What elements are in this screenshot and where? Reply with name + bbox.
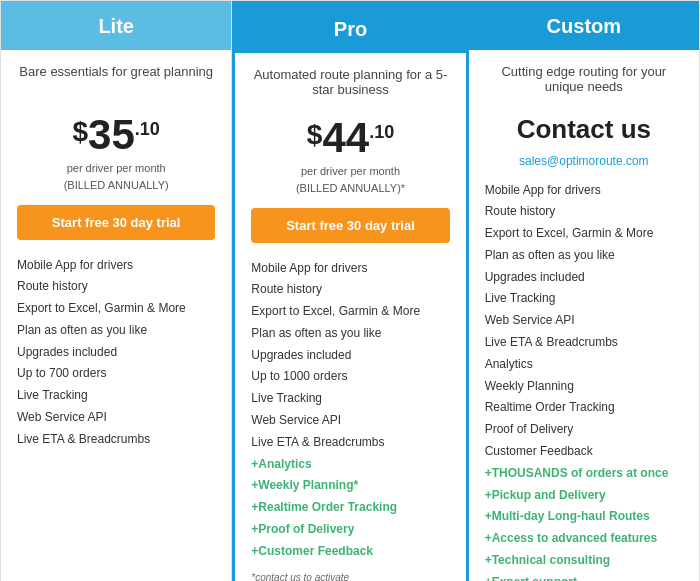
plan-lite-title: Lite (98, 15, 134, 37)
plan-lite-price-container: $ 35 .10 (17, 114, 215, 156)
plan-custom-body: Cutting edge routing for your unique nee… (469, 50, 699, 581)
list-item: Weekly Planning (485, 375, 683, 397)
list-item: Mobile App for drivers (17, 254, 215, 276)
plan-custom-features: Mobile App for drivers Route history Exp… (485, 179, 683, 581)
list-item: Plan as often as you like (17, 319, 215, 341)
list-item-extra: +THOUSANDS of orders at once (485, 462, 683, 484)
list-item-extra: +Customer Feedback (251, 540, 449, 562)
plan-pro-price-decimal: .10 (369, 123, 394, 141)
list-item: Route history (485, 201, 683, 223)
plan-pro-note: *contact us to activate (251, 572, 449, 581)
list-item-extra: +Proof of Delivery (251, 519, 449, 541)
plan-lite-header: Lite (1, 1, 231, 50)
list-item-extra: +Access to advanced features (485, 528, 683, 550)
list-item: Live ETA & Breadcrumbs (17, 428, 215, 450)
plan-lite-tagline: Bare essentials for great planning (17, 64, 215, 104)
list-item: Export to Excel, Garmin & More (251, 301, 449, 323)
plan-custom-contact-label: Contact us (485, 114, 683, 145)
list-item: Mobile App for drivers (485, 179, 683, 201)
list-item-extra: +Pickup and Delivery (485, 484, 683, 506)
list-item-extra: +Technical consulting (485, 550, 683, 572)
plan-lite: Lite Bare essentials for great planning … (1, 1, 232, 581)
plan-lite-trial-button[interactable]: Start free 30 day trial (17, 205, 215, 240)
plan-pro-billing: per driver per month (BILLED ANNUALLY)* (251, 163, 449, 196)
list-item: Up to 700 orders (17, 363, 215, 385)
list-item: Route history (17, 276, 215, 298)
list-item: Up to 1000 orders (251, 366, 449, 388)
plan-pro-price-main: 44 (322, 117, 369, 159)
plan-lite-billing: per driver per month (BILLED ANNUALLY) (17, 160, 215, 193)
list-item: Live ETA & Breadcrumbs (485, 332, 683, 354)
list-item: Upgrades included (485, 266, 683, 288)
plan-pro-dollar: $ (307, 121, 323, 149)
plan-lite-price-decimal: .10 (135, 120, 160, 138)
list-item-extra: +Analytics (251, 453, 449, 475)
plan-pro: Pro Automated route planning for a 5-sta… (232, 1, 468, 581)
list-item: Live Tracking (17, 385, 215, 407)
list-item: Plan as often as you like (485, 244, 683, 266)
plan-lite-dollar: $ (73, 118, 89, 146)
plan-pro-features: Mobile App for drivers Route history Exp… (251, 257, 449, 562)
list-item: Export to Excel, Garmin & More (17, 298, 215, 320)
list-item: Proof of Delivery (485, 419, 683, 441)
plan-custom-tagline: Cutting edge routing for your unique nee… (485, 64, 683, 104)
plan-pro-header: Pro (235, 4, 465, 53)
list-item-extra: +Realtime Order Tracking (251, 497, 449, 519)
plan-custom: Custom Cutting edge routing for your uni… (469, 1, 699, 581)
contact-email-link[interactable]: sales@optimoroute.com (519, 154, 649, 168)
plan-pro-trial-button[interactable]: Start free 30 day trial (251, 208, 449, 243)
plan-lite-price-main: 35 (88, 114, 135, 156)
list-item: Realtime Order Tracking (485, 397, 683, 419)
plan-custom-header: Custom (469, 1, 699, 50)
list-item: Upgrades included (251, 344, 449, 366)
plan-lite-features: Mobile App for drivers Route history Exp… (17, 254, 215, 450)
list-item: Web Service API (251, 410, 449, 432)
list-item: Analytics (485, 353, 683, 375)
list-item: Customer Feedback (485, 441, 683, 463)
pricing-container: Lite Bare essentials for great planning … (0, 0, 700, 581)
list-item: Live Tracking (485, 288, 683, 310)
plan-pro-title: Pro (334, 18, 367, 40)
list-item-extra: +Multi-day Long-haul Routes (485, 506, 683, 528)
list-item: Mobile App for drivers (251, 257, 449, 279)
list-item: Web Service API (17, 407, 215, 429)
plan-pro-price-container: $ 44 .10 (251, 117, 449, 159)
plan-lite-body: Bare essentials for great planning $ 35 … (1, 50, 231, 581)
list-item: Live ETA & Breadcrumbs (251, 431, 449, 453)
plan-custom-title: Custom (547, 15, 621, 37)
list-item: Upgrades included (17, 341, 215, 363)
list-item-extra: +Weekly Planning* (251, 475, 449, 497)
list-item: Web Service API (485, 310, 683, 332)
plan-pro-body: Automated route planning for a 5-star bu… (235, 53, 465, 581)
plan-custom-contact-email: sales@optimoroute.com (485, 151, 683, 169)
plan-pro-tagline: Automated route planning for a 5-star bu… (251, 67, 449, 107)
list-item: Plan as often as you like (251, 322, 449, 344)
list-item: Export to Excel, Garmin & More (485, 223, 683, 245)
plan-lite-price: $ 35 .10 (73, 114, 160, 156)
plan-pro-price: $ 44 .10 (307, 117, 394, 159)
list-item-extra: +Expert support (485, 571, 683, 581)
list-item: Live Tracking (251, 388, 449, 410)
list-item: Route history (251, 279, 449, 301)
